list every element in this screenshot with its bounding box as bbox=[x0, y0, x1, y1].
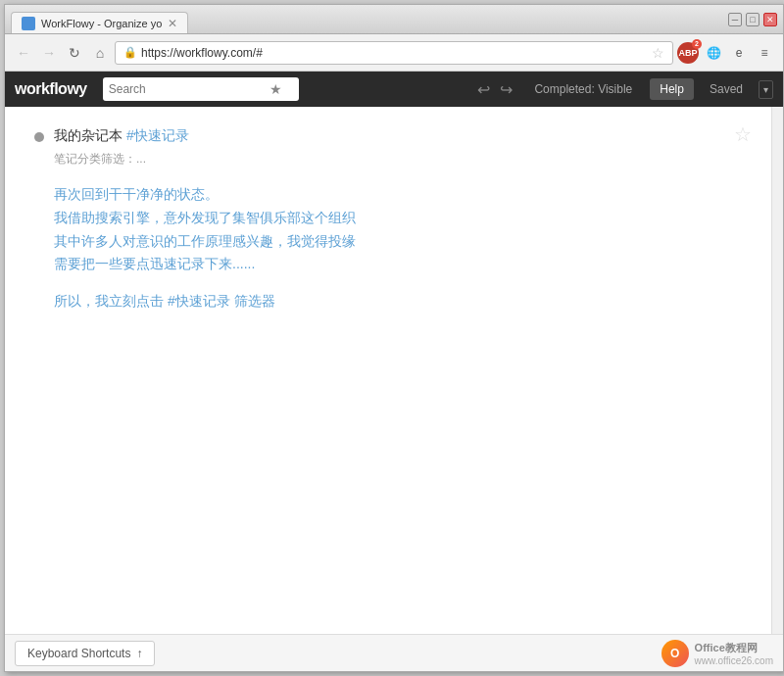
browser-icon1[interactable]: 🌐 bbox=[703, 42, 724, 64]
keyboard-shortcuts-label: Keyboard Shortcuts bbox=[27, 647, 130, 660]
note-title-text: 我的杂记本 bbox=[54, 127, 122, 143]
undo-button[interactable]: ↩ bbox=[473, 78, 494, 101]
browser-icon2[interactable]: e bbox=[728, 42, 750, 64]
tab-favicon bbox=[22, 17, 35, 30]
close-window-button[interactable]: ✕ bbox=[763, 13, 777, 26]
redo-button[interactable]: ↪ bbox=[496, 78, 516, 101]
search-input[interactable] bbox=[109, 82, 266, 96]
content-star-icon[interactable]: ☆ bbox=[734, 122, 752, 146]
app-toolbar: workflowy ★ ↩ ↪ Completed: Visible Help … bbox=[5, 72, 783, 107]
nav-bar: ← → ↻ ⌂ 🔒 https://workflowy.com/# ☆ ABP … bbox=[5, 34, 783, 72]
toolbar-actions: ↩ ↪ bbox=[473, 78, 516, 101]
watermark-url: www.office26.com bbox=[695, 655, 773, 666]
maximize-button[interactable]: □ bbox=[746, 13, 760, 26]
window-controls: ─ □ ✕ bbox=[728, 13, 777, 26]
paragraph-line2: 我借助搜索引擎，意外发现了集智俱乐部这个组织 bbox=[54, 207, 742, 230]
footer: Keyboard Shortcuts ↑ O Office教程网 www.off… bbox=[5, 634, 783, 671]
note-title-area: 我的杂记本 #快速记录 bbox=[54, 126, 189, 145]
help-button[interactable]: Help bbox=[650, 78, 694, 100]
nav-extras: ABP 2 🌐 e ≡ bbox=[677, 42, 775, 64]
dropdown-arrow-icon[interactable]: ▾ bbox=[759, 80, 773, 99]
watermark: O Office教程网 www.office26.com bbox=[662, 640, 773, 667]
app-logo: workflowy bbox=[15, 80, 87, 98]
paragraph-line4: 需要把一些要点迅速记录下来...... bbox=[54, 253, 742, 276]
completed-button[interactable]: Completed: Visible bbox=[526, 78, 640, 100]
tab-close-button[interactable]: ✕ bbox=[168, 17, 177, 30]
forward-button[interactable]: → bbox=[38, 42, 60, 64]
note-item: 我的杂记本 #快速记录 bbox=[34, 126, 742, 145]
tab-area: WorkFlowy - Organize yo ✕ bbox=[11, 5, 188, 33]
lock-icon: 🔒 bbox=[123, 46, 137, 59]
note-subtitle: 笔记分类筛选：... bbox=[54, 151, 742, 168]
tab-label: WorkFlowy - Organize yo bbox=[41, 18, 162, 29]
note-tag: #快速记录 bbox=[126, 127, 189, 143]
menu-button[interactable]: ≡ bbox=[754, 42, 775, 64]
saved-button[interactable]: Saved bbox=[704, 78, 749, 100]
search-star-icon: ★ bbox=[270, 81, 282, 97]
paragraph-line1: 再次回到干干净净的状态。 bbox=[54, 183, 742, 207]
browser-window: WorkFlowy - Organize yo ✕ ─ □ ✕ ← → ↻ ⌂ … bbox=[4, 4, 784, 672]
watermark-text-area: Office教程网 www.office26.com bbox=[695, 641, 773, 666]
browser-tab[interactable]: WorkFlowy - Organize yo ✕ bbox=[11, 12, 188, 33]
bookmark-star-icon[interactable]: ☆ bbox=[652, 45, 664, 61]
back-button[interactable]: ← bbox=[13, 42, 34, 64]
main-content: ☆ 我的杂记本 #快速记录 笔记分类筛选：... 再次回到干干净净的状态。 我借… bbox=[5, 107, 783, 634]
arrow-up-icon: ↑ bbox=[136, 647, 142, 660]
adblock-button[interactable]: ABP 2 bbox=[677, 42, 699, 64]
text-block: 再次回到干干净净的状态。 我借助搜索引擎，意外发现了集智俱乐部这个组织 其中许多… bbox=[54, 183, 742, 314]
address-bar[interactable]: 🔒 https://workflowy.com/# ☆ bbox=[115, 41, 673, 65]
content-area: ☆ 我的杂记本 #快速记录 笔记分类筛选：... 再次回到干干净净的状态。 我借… bbox=[5, 107, 771, 634]
home-button[interactable]: ⌂ bbox=[89, 42, 111, 64]
watermark-site-name: Office教程网 bbox=[695, 641, 773, 655]
watermark-logo: O bbox=[662, 640, 689, 667]
paragraph-line3: 其中许多人对意识的工作原理感兴趣，我觉得投缘 bbox=[54, 230, 742, 254]
search-box[interactable]: ★ bbox=[103, 77, 299, 101]
title-bar: WorkFlowy - Organize yo ✕ ─ □ ✕ bbox=[5, 5, 783, 34]
minimize-button[interactable]: ─ bbox=[728, 13, 742, 26]
keyboard-shortcuts-button[interactable]: Keyboard Shortcuts ↑ bbox=[15, 641, 155, 666]
scrollbar[interactable] bbox=[771, 107, 783, 634]
adblock-badge: 2 bbox=[692, 39, 702, 49]
reload-button[interactable]: ↻ bbox=[64, 42, 85, 64]
bullet-point bbox=[34, 132, 44, 142]
paragraph2: 所以，我立刻点击 #快速记录 筛选器 bbox=[54, 290, 742, 314]
url-text: https://workflowy.com/# bbox=[141, 46, 648, 60]
note-title[interactable]: 我的杂记本 #快速记录 bbox=[54, 127, 189, 143]
